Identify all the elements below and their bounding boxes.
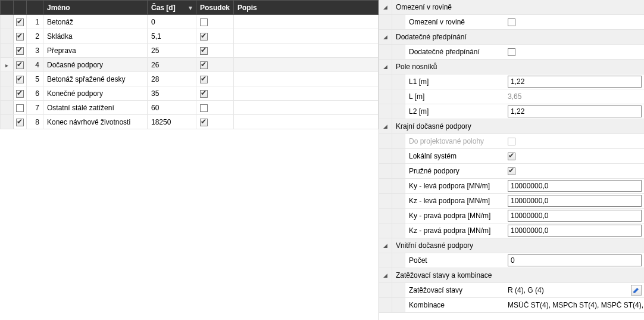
row-posudek-checkbox[interactable] [200,61,208,69]
table-row[interactable]: 2Skládka5,1 [1,29,379,44]
row-jmeno[interactable]: Ostatní stálé zatížení [43,101,148,115]
row-posudek-cell[interactable] [196,101,234,115]
table-row[interactable]: 3Přeprava25 [1,44,379,58]
row-checkbox[interactable] [16,90,24,98]
row-indicator [1,72,14,86]
value-stavy: R (4), G (4) [508,286,629,294]
edit-icon[interactable] [631,285,642,296]
row-check-cell[interactable] [14,58,27,72]
row-cas[interactable]: 28 [148,72,196,86]
row-popis[interactable] [234,72,379,86]
input-l1[interactable] [508,76,642,88]
col-posudek[interactable]: Posudek [196,1,234,15]
row-cas[interactable]: 18250 [148,115,196,129]
row-posudek-cell[interactable] [196,15,234,29]
input-l2[interactable] [508,105,642,117]
row-posudek-cell[interactable] [196,72,234,86]
section-dodat[interactable]: ◢ Dodatečné předpínání [379,30,644,45]
row-jmeno[interactable]: Dočasné podpory [43,58,148,72]
checkbox-omezeni[interactable] [508,18,515,26]
row-popis[interactable] [234,15,379,29]
row-popis[interactable] [234,101,379,115]
col-cas[interactable]: Čas [d] ▼ [148,1,196,15]
row-jmeno[interactable]: Betonáž [43,15,148,29]
row-cas[interactable]: 0 [148,15,196,29]
row-checkbox[interactable] [16,76,24,83]
collapse-icon[interactable]: ◢ [379,238,392,253]
row-posudek-cell[interactable] [196,58,234,72]
row-popis[interactable] [234,115,379,129]
row-posudek-checkbox[interactable] [200,47,208,55]
col-index[interactable] [27,1,43,15]
row-popis[interactable] [234,58,379,72]
row-posudek-cell[interactable] [196,86,234,101]
row-check-cell[interactable] [14,86,27,101]
row-jmeno[interactable]: Přeprava [43,44,148,58]
row-posudek-checkbox[interactable] [200,90,208,98]
table-row[interactable]: 8Konec návrhové životnosti18250 [1,115,379,129]
field-label: Kz - levá podpora [MN/m] [405,194,505,208]
row-check-cell[interactable] [14,115,27,129]
row-check-cell[interactable] [14,72,27,86]
input-ky-prava[interactable] [508,210,642,222]
row-posudek-checkbox[interactable] [200,18,208,26]
row-posudek-cell[interactable] [196,115,234,129]
field-label: Pružné podpory [405,164,505,178]
table-row[interactable]: 6Konečné podpory35 [1,86,379,101]
row-cas[interactable]: 5,1 [148,29,196,44]
table-row[interactable]: 1Betonáž0 [1,15,379,29]
table-row[interactable]: 4Dočasné podpory26 [1,58,379,72]
row-checkbox[interactable] [16,119,24,126]
row-popis[interactable] [234,29,379,44]
row-posudek-checkbox[interactable] [200,76,208,83]
row-jmeno[interactable]: Konečné podpory [43,86,148,101]
row-popis[interactable] [234,44,379,58]
section-pole[interactable]: ◢ Pole nosníků [379,60,644,74]
filter-icon[interactable]: ▼ [187,4,193,11]
row-jmeno[interactable]: Konec návrhové životnosti [43,115,148,129]
row-checkbox[interactable] [16,61,24,69]
col-popis[interactable]: Popis [234,1,379,15]
checkbox-pruzne[interactable] [508,167,515,175]
row-posudek-checkbox[interactable] [200,104,208,112]
collapse-icon[interactable]: ◢ [379,30,392,44]
collapse-icon[interactable]: ◢ [379,268,392,282]
section-vnitrni[interactable]: ◢ Vnitřní dočasné podpory [379,238,644,253]
input-ky-leva[interactable] [508,180,642,192]
collapse-icon[interactable]: ◢ [379,60,392,74]
row-check-cell[interactable] [14,29,27,44]
row-cas[interactable]: 25 [148,44,196,58]
input-pocet[interactable] [508,254,642,266]
table-row[interactable]: 5Betonáž spřažené desky28 [1,72,379,86]
field-label: L2 [m] [405,104,505,119]
row-cas[interactable]: 26 [148,58,196,72]
row-check-cell[interactable] [14,15,27,29]
row-jmeno[interactable]: Betonáž spřažené desky [43,72,148,86]
row-posudek-cell[interactable] [196,44,234,58]
table-row[interactable]: 7Ostatní stálé zatížení60 [1,101,379,115]
row-checkbox[interactable] [16,18,24,26]
row-cas[interactable]: 60 [148,101,196,115]
row-posudek-checkbox[interactable] [200,33,208,41]
row-posudek-checkbox[interactable] [200,119,208,126]
row-checkbox[interactable] [16,33,24,41]
row-checkbox[interactable] [16,104,24,112]
input-kz-leva[interactable] [508,195,642,207]
col-jmeno[interactable]: Jméno [43,1,148,15]
checkbox-dodat[interactable] [508,48,515,56]
input-kz-prava[interactable] [508,225,642,237]
section-zat[interactable]: ◢ Zatěžovací stavy a kombinace [379,268,644,283]
section-omezeni[interactable]: ◢ Omezení v rovině [379,0,644,15]
collapse-icon[interactable]: ◢ [379,0,392,14]
collapse-icon[interactable]: ◢ [379,119,392,133]
section-krajni[interactable]: ◢ Krajní dočasné podpory [379,119,644,134]
row-popis[interactable] [234,86,379,101]
col-check[interactable] [14,1,27,15]
row-cas[interactable]: 35 [148,86,196,101]
row-check-cell[interactable] [14,44,27,58]
row-posudek-cell[interactable] [196,29,234,44]
row-check-cell[interactable] [14,101,27,115]
row-checkbox[interactable] [16,47,24,55]
checkbox-lokal[interactable] [508,153,515,160]
row-jmeno[interactable]: Skládka [43,29,148,44]
